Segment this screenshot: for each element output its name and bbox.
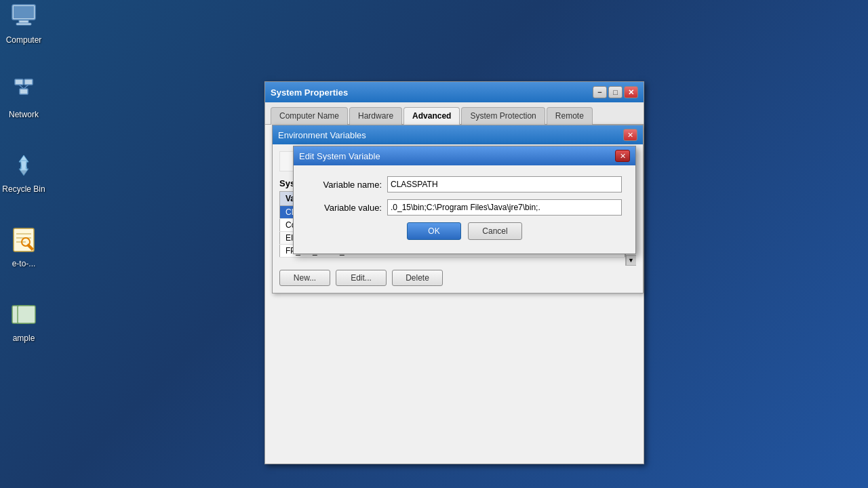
desktop-icon-example[interactable]: e-to-... <box>0 224 47 268</box>
titlebar-controls: − □ ✕ <box>593 86 638 98</box>
computer-label: Computer <box>6 35 42 45</box>
system-properties-content: Environment Variables ✕ Edit System Vari… <box>265 125 644 464</box>
edit-var-title: Edit System Variable <box>299 151 380 161</box>
minimize-button[interactable]: − <box>593 86 607 98</box>
svg-rect-3 <box>16 23 31 25</box>
tab-computer-name[interactable]: Computer Name <box>271 107 348 125</box>
desktop-icon-example2[interactable]: ample <box>0 298 47 343</box>
edit-var-titlebar[interactable]: Edit System Variable ✕ <box>294 146 635 165</box>
example2-icon <box>7 298 40 331</box>
env-vars-close-button[interactable]: ✕ <box>623 129 637 141</box>
variable-value-input[interactable] <box>387 199 622 216</box>
variable-name-input[interactable] <box>387 176 622 192</box>
tab-remote[interactable]: Remote <box>547 107 593 125</box>
delete-button[interactable]: Delete <box>392 270 443 286</box>
svg-rect-2 <box>19 20 28 23</box>
edit-button[interactable]: Edit... <box>336 270 387 286</box>
variable-name-row: Variable name: <box>307 176 622 192</box>
desktop-icon-network[interactable]: Network <box>0 75 47 119</box>
tabs-container: Computer Name Hardware Advanced System P… <box>265 102 644 125</box>
variable-name-label: Variable name: <box>307 180 382 190</box>
svg-line-7 <box>19 85 24 89</box>
env-vars-controls: ✕ <box>623 129 637 141</box>
recycle-icon <box>7 149 40 182</box>
svg-rect-1 <box>14 6 34 18</box>
tab-hardware[interactable]: Hardware <box>349 107 402 125</box>
edit-var-content: Variable name: Variable value: OK <box>294 165 635 253</box>
svg-rect-6 <box>20 89 28 94</box>
tab-system-protection[interactable]: System Protection <box>461 107 545 125</box>
variable-value-label: Variable value: <box>307 203 382 213</box>
scroll-down-button[interactable]: ▼ <box>626 255 637 266</box>
edit-var-dialog: Edit System Variable ✕ Variable name: Va… <box>293 146 636 254</box>
svg-line-8 <box>24 85 28 89</box>
example2-label: ample <box>13 333 35 343</box>
system-properties-title: System Properties <box>271 87 348 98</box>
edit-var-close-button[interactable]: ✕ <box>615 150 630 162</box>
desktop-icon-recycle[interactable]: Recycle Bin <box>0 149 47 194</box>
system-properties-titlebar[interactable]: System Properties − □ ✕ <box>265 82 644 102</box>
example-label: e-to-... <box>12 259 36 268</box>
computer-icon <box>7 0 40 33</box>
variable-value-row: Variable value: <box>307 199 622 216</box>
svg-rect-4 <box>15 79 23 85</box>
system-vars-buttons: New... Edit... Delete <box>279 270 636 286</box>
desktop-icon-computer[interactable]: Computer <box>0 0 47 45</box>
network-icon <box>7 75 40 107</box>
dialog-buttons: OK Cancel <box>307 222 622 240</box>
env-vars-titlebar[interactable]: Environment Variables ✕ <box>273 125 643 144</box>
svg-rect-5 <box>24 79 33 85</box>
maximize-button[interactable]: □ <box>608 86 623 98</box>
network-label: Network <box>9 110 39 119</box>
ok-button[interactable]: OK <box>407 222 461 240</box>
system-properties-window: System Properties − □ ✕ Computer Name Ha… <box>264 81 644 464</box>
tab-advanced[interactable]: Advanced <box>403 107 460 125</box>
close-button[interactable]: ✕ <box>624 86 638 98</box>
cancel-button[interactable]: Cancel <box>468 222 522 240</box>
svg-rect-15 <box>18 306 35 323</box>
env-vars-window: Environment Variables ✕ Edit System Vari… <box>272 125 644 293</box>
new-button[interactable]: New... <box>279 270 330 286</box>
env-vars-content: Edit System Variable ✕ Variable name: Va… <box>273 144 643 293</box>
env-vars-title-text: Environment Variables <box>278 130 366 140</box>
example-icon <box>7 224 40 256</box>
recycle-label: Recycle Bin <box>2 184 45 194</box>
